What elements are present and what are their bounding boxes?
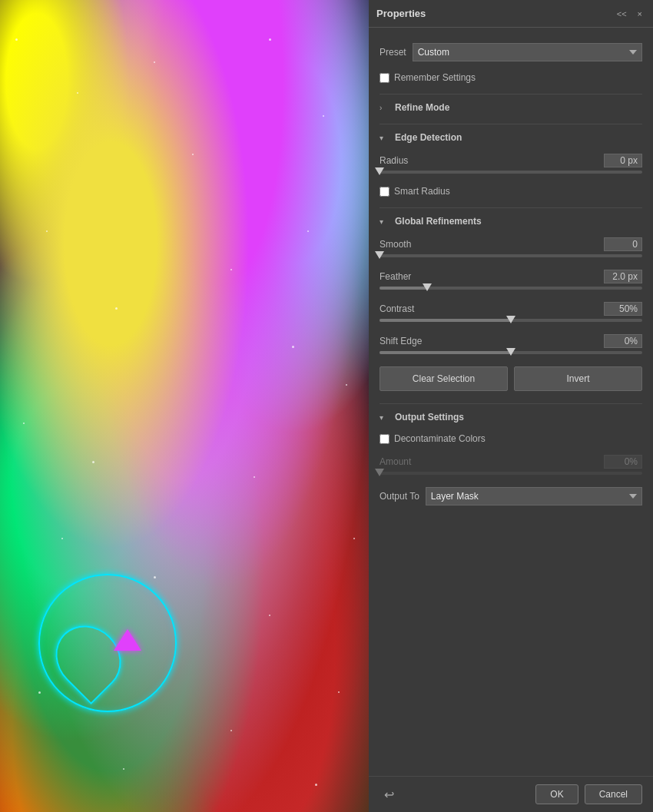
collapse-panel-button[interactable]: << [614,8,630,20]
decontaminate-colors-label: Decontaminate Colors [394,433,486,444]
smart-radius-label: Smart Radius [394,186,450,197]
decontaminate-colors-checkbox[interactable] [380,434,389,444]
remember-settings-label: Remember Settings [394,72,476,83]
divider-1 [380,94,642,94]
decontaminate-colors-row: Decontaminate Colors [380,433,642,444]
contrast-label: Contrast [380,303,414,314]
divider-3 [380,207,642,208]
undo-icon[interactable]: ↩ [380,785,398,804]
star-decoration [192,154,194,155]
star-decoration [315,784,317,786]
shift-edge-value: 0% [604,334,642,348]
star-decoration [38,691,41,694]
global-refinements-title: Global Refinements [395,216,482,227]
amount-slider-group: Amount 0% [380,455,642,475]
star-decoration [77,92,78,94]
output-to-select[interactable]: Layer Mask New Layer New Layer with Mask… [426,487,642,505]
smooth-row: Smooth 0 [380,237,642,251]
star-decoration [46,230,48,232]
preset-select[interactable]: Custom Default Hair & Fur Smart Radius [413,43,642,61]
smooth-thumb[interactable] [375,251,384,259]
shift-edge-fill [380,351,511,354]
smooth-track [380,254,642,257]
radius-value: 0 px [604,154,642,167]
star-decoration [61,538,63,539]
star-decoration [230,269,232,270]
smart-radius-row: Smart Radius [380,186,642,197]
contrast-slider-group: Contrast 50% [380,302,642,322]
refine-mode-header[interactable]: › Refine Mode [380,102,642,113]
edge-detection-header[interactable]: ▾ Edge Detection [380,132,642,143]
radius-track [380,171,642,174]
radius-thumb[interactable] [375,167,384,175]
panel-titlebar: Properties << × [369,0,653,28]
star-decoration [154,576,156,578]
output-settings-header[interactable]: ▾ Output Settings [380,412,642,423]
amount-value: 0% [604,455,642,469]
shift-edge-slider-group: Shift Edge 0% [380,334,642,354]
star-decoration [92,461,94,463]
shift-edge-track [380,351,642,354]
feather-track [380,287,642,290]
divider-4 [380,403,642,404]
feather-thumb[interactable] [423,283,432,291]
ok-button[interactable]: OK [535,784,578,804]
edge-detection-title: Edge Detection [395,132,462,143]
global-refinements-header[interactable]: ▾ Global Refinements [380,216,642,227]
output-to-row: Output To Layer Mask New Layer New Layer… [380,487,642,505]
shift-edge-label: Shift Edge [380,336,422,346]
preset-row: Preset Custom Default Hair & Fur Smart R… [380,43,642,61]
preset-label: Preset [380,47,406,58]
star-decoration [323,115,324,117]
radius-row: Radius 0 px [380,154,642,167]
shift-edge-thumb[interactable] [506,348,515,356]
smooth-value: 0 [604,237,642,251]
amount-label: Amount [380,456,411,467]
output-to-label: Output To [380,491,419,502]
star-decoration [269,38,271,41]
cancel-button[interactable]: Cancel [585,784,642,804]
background-image [0,0,369,812]
contrast-fill [380,319,511,322]
neon-triangle-decoration [114,629,141,651]
star-decoration [307,230,309,232]
radius-label: Radius [380,155,408,166]
feather-slider-group: Feather 2.0 px [380,270,642,290]
star-decoration [154,61,155,63]
edge-detection-chevron-icon: ▾ [380,134,390,142]
contrast-value: 50% [604,302,642,316]
amount-track [380,472,642,475]
star-decoration [292,346,294,348]
bottom-buttons: OK Cancel [535,784,642,804]
titlebar-controls: << × [614,8,645,20]
feather-label: Feather [380,271,411,282]
amount-row: Amount 0% [380,455,642,469]
output-settings-chevron-icon: ▾ [380,413,390,422]
star-decoration [353,538,355,539]
remember-settings-row: Remember Settings [380,72,642,83]
radius-slider-group: Radius 0 px [380,154,642,174]
star-decoration [23,423,25,424]
clear-selection-button[interactable]: Clear Selection [380,366,508,391]
star-decoration [338,691,340,693]
properties-panel: Properties << × Preset Custom Default Ha… [369,0,653,812]
invert-button[interactable]: Invert [514,366,642,391]
star-decoration [254,476,255,478]
remember-settings-checkbox[interactable] [380,73,389,83]
star-decoration [115,307,118,310]
action-buttons-row: Clear Selection Invert [380,366,642,391]
close-panel-button[interactable]: × [635,8,645,20]
global-refinements-chevron-icon: ▾ [380,217,390,226]
divider-2 [380,124,642,124]
contrast-thumb[interactable] [506,316,515,323]
star-decoration [346,384,347,386]
feather-fill [380,287,427,290]
smart-radius-checkbox[interactable] [380,187,389,197]
contrast-row: Contrast 50% [380,302,642,316]
star-decoration [123,768,124,770]
star-decoration [269,615,270,616]
shift-edge-row: Shift Edge 0% [380,334,642,348]
panel-scroll-content[interactable]: Preset Custom Default Hair & Fur Smart R… [369,28,653,776]
smooth-label: Smooth [380,239,411,250]
feather-row: Feather 2.0 px [380,270,642,283]
